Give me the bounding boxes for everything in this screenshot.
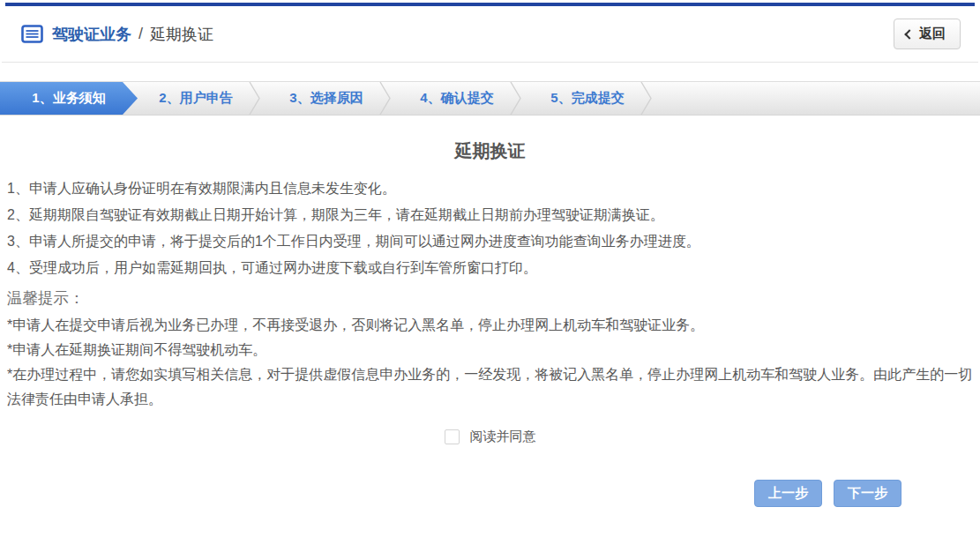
notice-list: 1、申请人应确认身份证明在有效期限满内且信息未发生变化。 2、延期期限自驾驶证有… — [7, 175, 973, 281]
main-content: 延期换证 1、申请人应确认身份证明在有效期限满内且信息未发生变化。 2、延期期限… — [0, 139, 980, 507]
back-button-label: 返回 — [919, 26, 946, 42]
tip-item: *申请人在延期换证期间不得驾驶机动车。 — [7, 338, 973, 362]
notice-item: 3、申请人所提交的申请，将于提交后的1个工作日内受理，期间可以通过网办进度查询功… — [7, 228, 973, 255]
step-3-select-reason[interactable]: 3、选择原因 — [261, 82, 392, 115]
step-wizard: 1、业务须知 2、用户申告 3、选择原因 4、确认提交 5、完成提交 — [0, 81, 980, 116]
step-separator-icon — [640, 82, 653, 115]
step-separator-icon — [249, 82, 261, 115]
back-chevron-icon — [904, 29, 914, 39]
step-4-confirm-submit[interactable]: 4、确认提交 — [392, 82, 522, 115]
step-5-complete-submit[interactable]: 5、完成提交 — [522, 82, 653, 115]
notice-item: 2、延期期限自驾驶证有效期截止日期开始计算，期限为三年，请在延期截止日期前办理驾… — [7, 202, 973, 228]
step-separator-icon — [510, 82, 522, 115]
notice-item: 4、受理成功后，用户如需延期回执，可通过网办进度下载或自行到车管所窗口打印。 — [7, 255, 973, 281]
step-1-business-notice[interactable]: 1、业务须知 — [0, 82, 138, 115]
page-header: 驾驶证业务 / 延期换证 返回 — [2, 6, 978, 63]
tips-list: *申请人在提交申请后视为业务已办理，不再接受退办，否则将记入黑名单，停止办理网上… — [7, 313, 973, 412]
breadcrumb-current-page: 延期换证 — [150, 24, 213, 45]
next-step-button[interactable]: 下一步 — [834, 480, 901, 507]
breadcrumb: 驾驶证业务 / 延期换证 — [21, 24, 213, 45]
back-button[interactable]: 返回 — [894, 19, 961, 49]
agree-label[interactable]: 阅读并同意 — [470, 429, 536, 445]
breadcrumb-section[interactable]: 驾驶证业务 — [52, 24, 131, 45]
step-label: 5、完成提交 — [550, 90, 624, 107]
footer-actions: 上一步 下一步 — [7, 480, 973, 507]
breadcrumb-separator: / — [138, 25, 143, 43]
notice-item: 1、申请人应确认身份证明在有效期限满内且信息未发生变化。 — [7, 175, 973, 202]
previous-step-button[interactable]: 上一步 — [754, 480, 822, 507]
list-icon — [21, 25, 43, 43]
step-separator-icon — [379, 82, 392, 115]
tip-item: *申请人在提交申请后视为业务已办理，不再接受退办，否则将记入黑名单，停止办理网上… — [7, 313, 973, 338]
agree-row: 阅读并同意 — [7, 429, 973, 445]
agree-checkbox[interactable] — [445, 429, 460, 444]
step-label: 2、用户申告 — [159, 90, 232, 107]
step-label: 4、确认提交 — [420, 90, 493, 107]
tip-item: *在办理过程中，请您如实填写相关信息，对于提供虚假信息申办业务的，一经发现，将被… — [7, 362, 973, 412]
page-title: 延期换证 — [7, 139, 973, 163]
step-label: 3、选择原因 — [289, 90, 363, 107]
tips-title: 温馨提示： — [7, 287, 973, 309]
step-label: 1、业务须知 — [32, 90, 105, 107]
step-2-user-declaration[interactable]: 2、用户申告 — [131, 82, 261, 115]
